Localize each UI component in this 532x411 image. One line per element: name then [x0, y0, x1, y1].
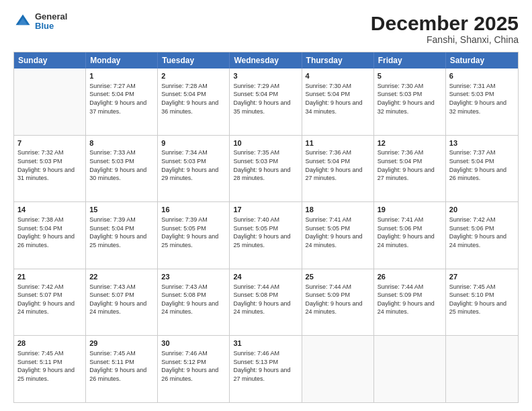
calendar-cell: 12Sunrise: 7:36 AMSunset: 5:04 PMDayligh… [374, 136, 446, 202]
calendar-cell [14, 68, 86, 135]
logo-text: General Blue [35, 12, 67, 32]
month-title: December 2025 [371, 12, 519, 34]
cell-info: Sunrise: 7:46 AMSunset: 5:13 PMDaylight:… [233, 349, 298, 383]
calendar-cell: 5Sunrise: 7:30 AMSunset: 5:03 PMDaylight… [374, 68, 446, 135]
logo-blue-text: Blue [35, 21, 67, 31]
day-number: 1 [89, 71, 154, 81]
day-number: 18 [306, 205, 370, 215]
day-number: 16 [161, 205, 226, 215]
day-number: 10 [233, 138, 298, 148]
calendar-cell: 8Sunrise: 7:33 AMSunset: 5:03 PMDaylight… [86, 136, 158, 202]
day-number: 8 [89, 138, 154, 148]
calendar-cell: 1Sunrise: 7:27 AMSunset: 5:04 PMDaylight… [86, 68, 158, 135]
day-number: 31 [233, 338, 298, 349]
header-monday: Monday [86, 52, 158, 68]
calendar-cell [446, 336, 518, 402]
cell-info: Sunrise: 7:40 AMSunset: 5:05 PMDaylight:… [233, 216, 298, 249]
day-number: 23 [161, 272, 226, 282]
header-thursday: Thursday [302, 52, 374, 68]
day-number: 17 [233, 205, 298, 215]
day-number: 21 [17, 272, 82, 282]
cell-info: Sunrise: 7:45 AMSunset: 5:11 PMDaylight:… [89, 349, 154, 383]
calendar-cell: 28Sunrise: 7:45 AMSunset: 5:11 PMDayligh… [14, 336, 86, 402]
cell-info: Sunrise: 7:41 AMSunset: 5:06 PMDaylight:… [378, 216, 442, 249]
calendar-cell: 20Sunrise: 7:42 AMSunset: 5:06 PMDayligh… [446, 202, 518, 269]
calendar-cell: 21Sunrise: 7:42 AMSunset: 5:07 PMDayligh… [14, 269, 86, 336]
calendar-cell: 26Sunrise: 7:44 AMSunset: 5:09 PMDayligh… [374, 269, 446, 336]
calendar-cell: 6Sunrise: 7:31 AMSunset: 5:03 PMDaylight… [446, 68, 518, 135]
calendar-cell: 3Sunrise: 7:29 AMSunset: 5:04 PMDaylight… [230, 68, 302, 135]
day-number: 14 [17, 205, 82, 215]
location-subtitle: Fanshi, Shanxi, China [371, 34, 519, 45]
day-number: 9 [161, 138, 226, 148]
calendar-cell: 13Sunrise: 7:37 AMSunset: 5:04 PMDayligh… [446, 136, 518, 202]
cell-info: Sunrise: 7:28 AMSunset: 5:04 PMDaylight:… [161, 82, 226, 116]
day-number: 24 [233, 272, 298, 282]
cell-info: Sunrise: 7:36 AMSunset: 5:04 PMDaylight:… [306, 148, 370, 182]
day-number: 12 [378, 138, 442, 148]
calendar-cell: 4Sunrise: 7:30 AMSunset: 5:04 PMDaylight… [302, 68, 374, 135]
calendar-cell: 11Sunrise: 7:36 AMSunset: 5:04 PMDayligh… [302, 136, 374, 202]
page: General Blue December 2025 Fanshi, Shanx… [0, 0, 532, 411]
calendar-cell: 24Sunrise: 7:44 AMSunset: 5:08 PMDayligh… [230, 269, 302, 336]
day-number: 26 [378, 272, 442, 282]
day-number: 27 [449, 272, 515, 282]
header-wednesday: Wednesday [230, 52, 302, 68]
day-number: 5 [378, 71, 442, 81]
cell-info: Sunrise: 7:39 AMSunset: 5:05 PMDaylight:… [161, 216, 226, 249]
cell-info: Sunrise: 7:36 AMSunset: 5:04 PMDaylight:… [378, 148, 442, 182]
calendar-row: 7Sunrise: 7:32 AMSunset: 5:03 PMDaylight… [14, 135, 518, 202]
calendar-cell: 19Sunrise: 7:41 AMSunset: 5:06 PMDayligh… [374, 202, 446, 269]
calendar-cell: 25Sunrise: 7:44 AMSunset: 5:09 PMDayligh… [302, 269, 374, 336]
calendar-cell: 17Sunrise: 7:40 AMSunset: 5:05 PMDayligh… [230, 202, 302, 269]
header-tuesday: Tuesday [158, 52, 230, 68]
cell-info: Sunrise: 7:38 AMSunset: 5:04 PMDaylight:… [17, 216, 82, 249]
day-number: 4 [306, 71, 370, 81]
calendar-cell: 27Sunrise: 7:45 AMSunset: 5:10 PMDayligh… [446, 269, 518, 336]
calendar-cell: 14Sunrise: 7:38 AMSunset: 5:04 PMDayligh… [14, 202, 86, 269]
day-number: 19 [378, 205, 442, 215]
calendar-cell: 10Sunrise: 7:35 AMSunset: 5:03 PMDayligh… [230, 136, 302, 202]
calendar-cell [374, 336, 446, 402]
cell-info: Sunrise: 7:31 AMSunset: 5:03 PMDaylight:… [449, 82, 515, 116]
calendar-cell: 31Sunrise: 7:46 AMSunset: 5:13 PMDayligh… [230, 336, 302, 402]
calendar-cell: 30Sunrise: 7:46 AMSunset: 5:12 PMDayligh… [158, 336, 230, 402]
calendar-cell: 23Sunrise: 7:43 AMSunset: 5:08 PMDayligh… [158, 269, 230, 336]
calendar-cell [302, 336, 374, 402]
cell-info: Sunrise: 7:35 AMSunset: 5:03 PMDaylight:… [233, 148, 298, 182]
day-number: 29 [89, 338, 154, 349]
title-block: December 2025 Fanshi, Shanxi, China [371, 12, 519, 45]
header-saturday: Saturday [446, 52, 518, 68]
cell-info: Sunrise: 7:37 AMSunset: 5:04 PMDaylight:… [449, 148, 515, 182]
day-number: 15 [89, 205, 154, 215]
cell-info: Sunrise: 7:45 AMSunset: 5:11 PMDaylight:… [17, 349, 82, 383]
calendar-cell: 15Sunrise: 7:39 AMSunset: 5:04 PMDayligh… [86, 202, 158, 269]
cell-info: Sunrise: 7:29 AMSunset: 5:04 PMDaylight:… [233, 82, 298, 116]
cell-info: Sunrise: 7:44 AMSunset: 5:09 PMDaylight:… [378, 283, 442, 316]
cell-info: Sunrise: 7:34 AMSunset: 5:03 PMDaylight:… [161, 148, 226, 182]
cell-info: Sunrise: 7:30 AMSunset: 5:03 PMDaylight:… [378, 82, 442, 116]
day-number: 3 [233, 71, 298, 81]
header: General Blue December 2025 Fanshi, Shanx… [13, 12, 519, 45]
header-friday: Friday [374, 52, 446, 68]
calendar-body: 1Sunrise: 7:27 AMSunset: 5:04 PMDaylight… [14, 68, 518, 402]
day-number: 28 [17, 338, 82, 349]
day-number: 11 [306, 138, 370, 148]
calendar-row: 21Sunrise: 7:42 AMSunset: 5:07 PMDayligh… [14, 269, 518, 336]
day-number: 25 [306, 272, 370, 282]
calendar-cell: 9Sunrise: 7:34 AMSunset: 5:03 PMDaylight… [158, 136, 230, 202]
cell-info: Sunrise: 7:33 AMSunset: 5:03 PMDaylight:… [89, 148, 154, 182]
calendar-cell: 16Sunrise: 7:39 AMSunset: 5:05 PMDayligh… [158, 202, 230, 269]
cell-info: Sunrise: 7:44 AMSunset: 5:08 PMDaylight:… [233, 283, 298, 316]
calendar-cell: 29Sunrise: 7:45 AMSunset: 5:11 PMDayligh… [86, 336, 158, 402]
header-sunday: Sunday [14, 52, 86, 68]
day-number: 20 [449, 205, 515, 215]
cell-info: Sunrise: 7:30 AMSunset: 5:04 PMDaylight:… [306, 82, 370, 116]
day-number: 2 [161, 71, 226, 81]
cell-info: Sunrise: 7:32 AMSunset: 5:03 PMDaylight:… [17, 148, 82, 182]
calendar-cell: 2Sunrise: 7:28 AMSunset: 5:04 PMDaylight… [158, 68, 230, 135]
calendar-row: 14Sunrise: 7:38 AMSunset: 5:04 PMDayligh… [14, 201, 518, 269]
cell-info: Sunrise: 7:44 AMSunset: 5:09 PMDaylight:… [306, 283, 370, 316]
cell-info: Sunrise: 7:42 AMSunset: 5:07 PMDaylight:… [17, 283, 82, 316]
cell-info: Sunrise: 7:45 AMSunset: 5:10 PMDaylight:… [449, 283, 515, 316]
